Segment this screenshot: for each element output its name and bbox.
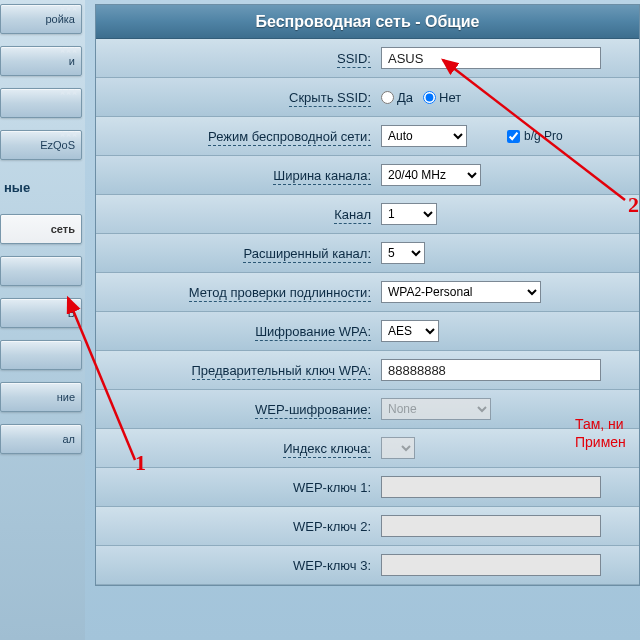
marker-2: 2 [628,192,639,218]
label-wep2: WEP-ключ 2: [293,519,371,535]
sidebar-sub-1[interactable]: B [0,298,82,328]
psk-input[interactable] [381,359,601,381]
row-auth: Метод проверки подлинности: WPA2-Persona… [96,273,639,312]
label-hide-ssid: Скрыть SSID: [289,90,371,107]
sidebar-item-label: ройка [45,13,75,25]
row-ext-channel: Расширенный канал: 5 [96,234,639,273]
row-key-index: Индекс ключа: [96,429,639,468]
bg-protection[interactable]: b/g Pro [507,129,563,143]
row-channel: Канал 1 [96,195,639,234]
sidebar-item-0[interactable]: ★★★ ройка [0,4,82,34]
row-psk: Предварительный ключ WPA: [96,351,639,390]
sidebar-item-label: сеть [51,223,75,235]
sidebar-item-label: ал [62,433,75,445]
label-wep3: WEP-ключ 3: [293,558,371,574]
panel-title: Беспроводная сеть - Общие [96,5,639,39]
sidebar-item-label: и [69,55,75,67]
hide-ssid-yes[interactable]: Да [381,90,413,105]
wep2-input [381,515,601,537]
label-mode: Режим беспроводной сети: [208,129,371,146]
row-wpa-enc: Шифрование WPA: AES [96,312,639,351]
hide-ssid-no-radio[interactable] [423,91,436,104]
settings-panel: Беспроводная сеть - Общие SSID: Скрыть S… [95,4,640,586]
row-wireless-mode: Режим беспроводной сети: Auto b/g Pro [96,117,639,156]
rating-icon: ★★★ [59,88,77,97]
label-wpaenc: Шифрование WPA: [255,324,371,341]
sidebar-item-3[interactable]: ★★★ EzQoS [0,130,82,160]
sidebar-sub-0[interactable] [0,256,82,286]
wep-enc-select: None [381,398,491,420]
row-wep-enc: WEP-шифрование: None [96,390,639,429]
sidebar-section-label: ные [0,172,82,202]
sidebar-item-2[interactable]: ★★★ [0,88,82,118]
row-hide-ssid: Скрыть SSID: Да Нет [96,78,639,117]
sidebar-sub-3[interactable]: ние [0,382,82,412]
extch-select[interactable]: 5 [381,242,425,264]
mode-select[interactable]: Auto [381,125,467,147]
channel-select[interactable]: 1 [381,203,437,225]
sidebar-item-label: EzQoS [40,139,75,151]
rating-icon: ★★★ [59,130,77,139]
row-ssid: SSID: [96,39,639,78]
wep3-input [381,554,601,576]
marker-1: 1 [135,450,146,476]
label-extch: Расширенный канал: [243,246,371,263]
label-wep1: WEP-ключ 1: [293,480,371,496]
annotation-note: Там, ни Примен [575,415,626,451]
auth-select[interactable]: WPA2-Personal [381,281,541,303]
sidebar-item-label: ние [57,391,75,403]
chwidth-select[interactable]: 20/40 MHz [381,164,481,186]
row-wep2: WEP-ключ 2: [96,507,639,546]
ssid-input[interactable] [381,47,601,69]
sidebar: ★★★ ройка ★★★ и ★★★ ★★★ EzQoS ные сеть B [0,0,85,640]
bg-protection-checkbox[interactable] [507,130,520,143]
key-index-select [381,437,415,459]
sidebar-sub-4[interactable]: ал [0,424,82,454]
sidebar-item-wireless[interactable]: сеть [0,214,82,244]
hide-ssid-no[interactable]: Нет [423,90,461,105]
hide-ssid-yes-radio[interactable] [381,91,394,104]
sidebar-sub-2[interactable] [0,340,82,370]
settings-rows: SSID: Скрыть SSID: Да Нет [96,39,639,585]
rating-icon: ★★★ [59,4,77,13]
sidebar-item-1[interactable]: ★★★ и [0,46,82,76]
label-psk: Предварительный ключ WPA: [192,363,371,380]
sidebar-item-label: B [68,307,75,319]
label-keyindex: Индекс ключа: [283,441,371,458]
row-wep3: WEP-ключ 3: [96,546,639,585]
row-channel-width: Ширина канала: 20/40 MHz [96,156,639,195]
row-wep1: WEP-ключ 1: [96,468,639,507]
main-content: Беспроводная сеть - Общие SSID: Скрыть S… [85,0,640,640]
label-wepenc: WEP-шифрование: [255,402,371,419]
label-auth: Метод проверки подлинности: [189,285,371,302]
label-channel: Канал [334,207,371,224]
label-chwidth: Ширина канала: [273,168,371,185]
rating-icon: ★★★ [59,46,77,55]
wep1-input [381,476,601,498]
label-ssid: SSID: [337,51,371,68]
wpa-enc-select[interactable]: AES [381,320,439,342]
